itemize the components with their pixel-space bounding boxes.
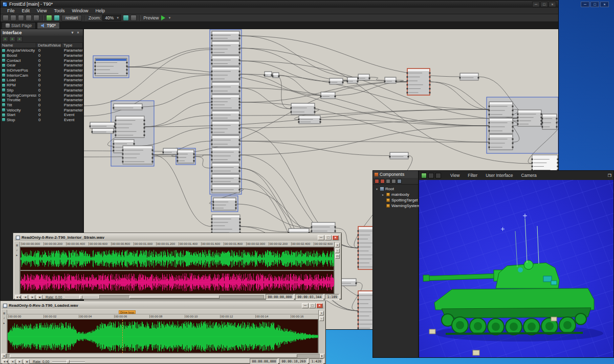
- graph-node[interactable]: [211, 41, 240, 55]
- table-row[interactable]: InteriorCam0Parameter: [1, 73, 83, 78]
- graph-node[interactable]: [90, 122, 116, 128]
- components-header[interactable]: Components: [373, 171, 418, 178]
- play-icon[interactable]: ▸: [3, 321, 5, 325]
- waveform-right-channel[interactable]: [20, 271, 335, 293]
- graph-node[interactable]: [177, 150, 195, 163]
- graph-node[interactable]: [532, 155, 559, 172]
- play-icon[interactable]: ▸: [16, 253, 17, 257]
- viewport-menu-camera[interactable]: Camera: [517, 173, 541, 178]
- menu-file[interactable]: File: [4, 8, 18, 13]
- graph-node[interactable]: [211, 135, 240, 147]
- step-back-icon[interactable]: ◄: [23, 295, 28, 300]
- rate-slider[interactable]: [52, 360, 85, 363]
- grid-icon[interactable]: [428, 173, 434, 178]
- minimize-button[interactable]: ─: [318, 235, 324, 240]
- undo-icon[interactable]: [33, 15, 39, 21]
- go-to-start-icon[interactable]: ◄◄: [15, 295, 21, 300]
- graph-node[interactable]: [95, 58, 128, 76]
- graph-node[interactable]: [163, 148, 179, 154]
- zoom-out-icon[interactable]: −: [335, 248, 340, 253]
- build-icon[interactable]: [54, 15, 60, 21]
- table-row[interactable]: Throttle0Parameter: [1, 98, 83, 103]
- table-row[interactable]: RPM0Parameter: [1, 83, 83, 88]
- table-row[interactable]: Boost0Parameter: [1, 53, 83, 58]
- zoom-out-icon[interactable]: −: [319, 316, 324, 321]
- stop-icon[interactable]: ■: [24, 359, 30, 364]
- graph-node[interactable]: [347, 77, 359, 83]
- graph-node[interactable]: [92, 128, 115, 133]
- graph-node[interactable]: [329, 78, 344, 84]
- graph-node[interactable]: [211, 31, 240, 40]
- maximize-button[interactable]: □: [540, 2, 548, 7]
- time-ruler[interactable]: 00:00:00.00000:00:00.20000:00:00.40000:0…: [20, 242, 334, 247]
- graph-node[interactable]: [115, 116, 145, 138]
- maximize-button[interactable]: □: [309, 303, 316, 308]
- graph-node[interactable]: [211, 67, 240, 81]
- snapshot-icon[interactable]: [130, 15, 137, 21]
- tab-t90-[interactable]: T90*: [37, 22, 60, 29]
- graph-node[interactable]: [311, 222, 336, 234]
- table-row[interactable]: Gear0Parameter: [1, 63, 83, 68]
- chevron-down-icon[interactable]: ▼: [168, 16, 171, 19]
- restart-button[interactable]: restart: [61, 15, 82, 21]
- zoom-fit-icon[interactable]: ▭: [335, 254, 340, 259]
- graph-node[interactable]: [384, 77, 397, 83]
- minimize-icon[interactable]: ─: [581, 2, 589, 7]
- dock-icon[interactable]: ❒: [608, 173, 611, 178]
- note-icon[interactable]: ♪: [16, 248, 18, 252]
- save-all-icon[interactable]: [26, 15, 32, 21]
- play-icon[interactable]: ►: [30, 295, 35, 300]
- expand-arrow-icon[interactable]: ▸: [381, 193, 385, 196]
- column-defaultvalue[interactable]: DefaultValue: [36, 43, 62, 48]
- zoom-in-icon[interactable]: +: [319, 311, 324, 315]
- save-icon[interactable]: [18, 15, 24, 21]
- marker-flag[interactable]: Drive loop: [119, 310, 136, 314]
- audio2-title-bar[interactable]: ReadOnly-0-Rev-3-T90_Loaded.wav ─ □ ×: [2, 302, 324, 309]
- table-row[interactable]: InDriverPos0Parameter: [1, 68, 83, 73]
- tree-item-warningsystem[interactable]: WarningSystem: [373, 203, 418, 209]
- waveform-area[interactable]: [20, 247, 334, 294]
- tree-item-mainbody[interactable]: ▸mainbody: [373, 192, 418, 197]
- menu-help[interactable]: Help: [92, 8, 108, 13]
- close-button[interactable]: ×: [316, 303, 323, 308]
- copy-component-icon[interactable]: [386, 179, 390, 184]
- table-row[interactable]: Load0Parameter: [1, 78, 83, 83]
- zoom-select[interactable]: 40% ▼: [102, 15, 121, 21]
- maximize-icon[interactable]: □: [590, 2, 599, 7]
- go-to-start-icon[interactable]: ◄◄: [3, 359, 8, 364]
- menu-edit[interactable]: Edit: [18, 8, 34, 13]
- graph-node[interactable]: [211, 82, 240, 94]
- tree-item-root[interactable]: ▾Root: [373, 186, 418, 192]
- marker-bar[interactable]: Drive loop: [7, 310, 318, 314]
- graph-node[interactable]: [264, 72, 273, 77]
- stop-icon[interactable]: ■: [37, 295, 42, 300]
- title-bar[interactable]: FrostEd [main] - T90* ─ □ ×: [1, 1, 558, 8]
- graph-node[interactable]: [517, 110, 542, 126]
- graph-node[interactable]: [489, 102, 514, 117]
- close-button[interactable]: ×: [332, 235, 339, 240]
- viewport-3d[interactable]: [419, 180, 613, 357]
- graph-node[interactable]: [291, 103, 316, 115]
- connect-icon[interactable]: [46, 15, 52, 21]
- waveform-channel[interactable]: [8, 320, 320, 353]
- minimize-button[interactable]: ─: [302, 303, 309, 308]
- graph-node[interactable]: [298, 116, 321, 124]
- graph-node[interactable]: [211, 148, 240, 162]
- graph-node[interactable]: [407, 69, 431, 95]
- viewport-menu-view[interactable]: View: [446, 173, 464, 178]
- graph-node[interactable]: [272, 73, 280, 78]
- graph-node[interactable]: [358, 74, 370, 80]
- graph-node[interactable]: [211, 111, 240, 120]
- close-button[interactable]: ×: [549, 2, 556, 7]
- maximize-button[interactable]: □: [325, 235, 332, 240]
- graph-node[interactable]: [211, 174, 240, 184]
- new-file-icon[interactable]: [3, 15, 9, 21]
- table-row[interactable]: AngularVelocity0Parameter: [1, 48, 83, 53]
- menu-view[interactable]: View: [33, 8, 50, 13]
- note-icon[interactable]: ♪: [4, 316, 5, 320]
- graph-node[interactable]: [489, 118, 514, 133]
- graph-node[interactable]: [211, 56, 240, 66]
- column-type[interactable]: Type: [62, 43, 83, 48]
- table-row[interactable]: Contact0Parameter: [1, 58, 83, 63]
- menu-icon[interactable]: ≣: [3, 311, 5, 315]
